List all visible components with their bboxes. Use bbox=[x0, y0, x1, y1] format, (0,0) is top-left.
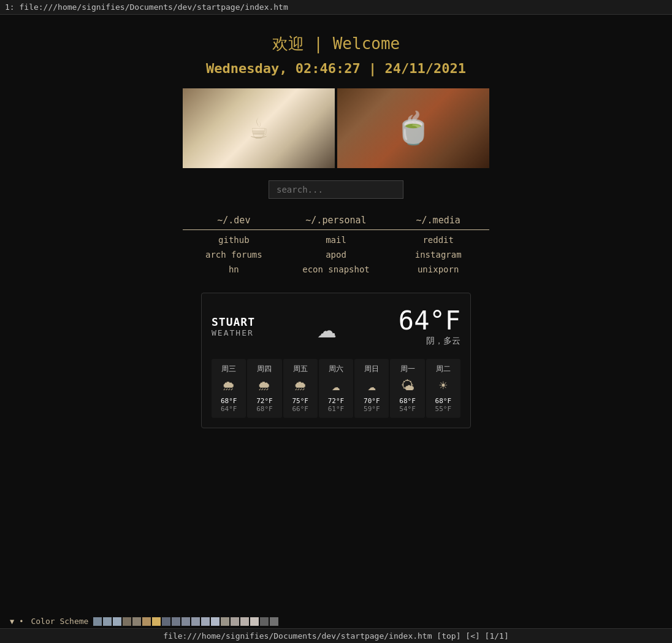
forecast-low: 55°F bbox=[429, 405, 458, 413]
color-swatch-3[interactable] bbox=[123, 617, 131, 626]
nav-link-mail[interactable]: mail bbox=[326, 235, 346, 245]
weather-header: STUART WEATHER ☁ 64°F 阴，多云 bbox=[212, 306, 460, 347]
forecast-day-0: 周三 🌧 68°F 64°F bbox=[212, 359, 246, 418]
main-content: 欢迎 | Welcome Wednesday, 02:46:27 | 24/11… bbox=[0, 15, 672, 465]
nav-links-media: reddit instagram unixporn bbox=[387, 235, 489, 274]
weather-description: 阴，多云 bbox=[399, 336, 460, 347]
nav-link-github[interactable]: github bbox=[218, 235, 250, 245]
color-swatch-4[interactable] bbox=[132, 617, 141, 626]
color-swatch-18[interactable] bbox=[270, 617, 278, 626]
forecast-day-6: 周二 ☀ 68°F 55°F bbox=[426, 359, 460, 418]
nav-link-instagram[interactable]: instagram bbox=[415, 250, 462, 260]
nav-link-reddit[interactable]: reddit bbox=[422, 235, 454, 245]
forecast-day-2: 周五 🌧 75°F 66°F bbox=[283, 359, 318, 418]
nav-link-econ-snapshot[interactable]: econ snapshot bbox=[302, 264, 370, 274]
forecast-weather-icon: 🌧 bbox=[214, 378, 243, 393]
nav-links-personal: mail apod econ snapshot bbox=[285, 235, 388, 274]
top-bar: 1: file:///home/signifies/Documents/dev/… bbox=[0, 0, 672, 15]
nav-col-media: ~/.media reddit instagram unixporn bbox=[387, 211, 489, 274]
nav-links-dev: github arch forums hn bbox=[183, 235, 285, 274]
color-swatch-17[interactable] bbox=[260, 617, 269, 626]
forecast-day-name: 周六 bbox=[321, 364, 351, 374]
forecast-high: 72°F bbox=[250, 397, 279, 405]
nav-header-media: ~/.media bbox=[387, 211, 489, 230]
nav-link-unixporn[interactable]: unixporn bbox=[418, 264, 459, 274]
color-swatch-10[interactable] bbox=[191, 617, 200, 626]
color-swatch-1[interactable] bbox=[103, 617, 112, 626]
weather-location: STUART WEATHER bbox=[212, 315, 255, 337]
color-swatch-13[interactable] bbox=[221, 617, 229, 626]
nav-col-personal: ~/.personal mail apod econ snapshot bbox=[285, 211, 388, 274]
forecast-low: 66°F bbox=[286, 405, 315, 413]
color-swatches bbox=[93, 617, 278, 626]
forecast-weather-icon: 🌤 bbox=[392, 378, 422, 393]
color-swatch-15[interactable] bbox=[240, 617, 249, 626]
bottom-bar: file:///home/signifies/Documents/dev/sta… bbox=[0, 628, 672, 643]
forecast-weather-icon: ☀ bbox=[429, 378, 458, 393]
page-title: 欢迎 | Welcome bbox=[272, 33, 400, 55]
nav-link-apod[interactable]: apod bbox=[326, 250, 346, 260]
forecast-low: 64°F bbox=[214, 405, 243, 413]
bottom-bar-text: file:///home/signifies/Documents/dev/sta… bbox=[163, 631, 509, 641]
forecast-day-3: 周六 ☁ 72°F 61°F bbox=[319, 359, 353, 418]
forecast-low: 59°F bbox=[357, 405, 386, 413]
color-swatch-11[interactable] bbox=[201, 617, 210, 626]
color-swatch-0[interactable] bbox=[93, 617, 102, 626]
color-swatch-14[interactable] bbox=[231, 617, 239, 626]
datetime-display: Wednesday, 02:46:27 | 24/11/2021 bbox=[206, 61, 466, 76]
bottom-section: ▼ • Color Scheme bbox=[0, 614, 672, 628]
nav-header-personal: ~/.personal bbox=[285, 211, 388, 230]
nav-link-hn[interactable]: hn bbox=[229, 264, 239, 274]
forecast-weather-icon: 🌧 bbox=[286, 378, 315, 393]
forecast-day-name: 周三 bbox=[214, 364, 243, 374]
color-swatch-6[interactable] bbox=[152, 617, 161, 626]
color-swatch-12[interactable] bbox=[211, 617, 220, 626]
nav-link-arch-forums[interactable]: arch forums bbox=[205, 250, 262, 260]
forecast-high: 75°F bbox=[286, 397, 315, 405]
forecast-high: 68°F bbox=[392, 397, 422, 405]
color-scheme-toggle[interactable]: ▼ • Color Scheme bbox=[10, 617, 662, 626]
forecast-low: 61°F bbox=[321, 405, 351, 413]
color-scheme-arrow: ▼ bbox=[10, 617, 14, 626]
forecast-day-name: 周一 bbox=[392, 364, 422, 374]
forecast-weather-icon: 🌧 bbox=[250, 378, 279, 393]
forecast-row: 周三 🌧 68°F 64°F 周四 🌧 72°F 68°F 周五 🌧 75°F … bbox=[212, 359, 460, 418]
color-swatch-2[interactable] bbox=[113, 617, 121, 626]
coffee-image-bg bbox=[183, 88, 335, 168]
color-swatch-5[interactable] bbox=[142, 617, 151, 626]
tea-image bbox=[337, 88, 489, 168]
color-swatch-16[interactable] bbox=[250, 617, 259, 626]
forecast-low: 68°F bbox=[250, 405, 279, 413]
nav-section: ~/.dev github arch forums hn ~/.personal… bbox=[183, 211, 489, 274]
forecast-low: 54°F bbox=[392, 405, 422, 413]
forecast-high: 72°F bbox=[321, 397, 351, 405]
top-bar-text: 1: file:///home/signifies/Documents/dev/… bbox=[5, 2, 288, 12]
color-swatch-8[interactable] bbox=[172, 617, 180, 626]
forecast-day-name: 周四 bbox=[250, 364, 279, 374]
weather-city: STUART bbox=[212, 315, 255, 328]
color-scheme-label: Color Scheme bbox=[31, 617, 88, 626]
images-row bbox=[183, 88, 489, 168]
weather-temp: 64°F bbox=[399, 306, 460, 336]
forecast-high: 68°F bbox=[429, 397, 458, 405]
forecast-day-1: 周四 🌧 72°F 68°F bbox=[247, 359, 281, 418]
forecast-day-5: 周一 🌤 68°F 54°F bbox=[390, 359, 424, 418]
color-swatch-7[interactable] bbox=[162, 617, 170, 626]
weather-widget: STUART WEATHER ☁ 64°F 阴，多云 周三 🌧 68°F 64°… bbox=[201, 293, 471, 428]
weather-icon-main: ☁ bbox=[317, 308, 336, 345]
nav-col-dev: ~/.dev github arch forums hn bbox=[183, 211, 285, 274]
forecast-weather-icon: ☁ bbox=[357, 378, 386, 393]
forecast-high: 70°F bbox=[357, 397, 386, 405]
color-swatch-9[interactable] bbox=[181, 617, 190, 626]
weather-temp-section: 64°F 阴，多云 bbox=[399, 306, 460, 347]
forecast-day-name: 周五 bbox=[286, 364, 315, 374]
forecast-day-name: 周二 bbox=[429, 364, 458, 374]
search-container[interactable] bbox=[269, 180, 403, 199]
bullet-icon: • bbox=[19, 617, 23, 626]
nav-header-dev: ~/.dev bbox=[183, 211, 285, 230]
weather-label-text: WEATHER bbox=[212, 328, 255, 337]
forecast-day-name: 周日 bbox=[357, 364, 386, 374]
forecast-day-4: 周日 ☁ 70°F 59°F bbox=[354, 359, 389, 418]
tea-image-bg bbox=[337, 88, 489, 168]
search-input[interactable] bbox=[269, 180, 403, 199]
